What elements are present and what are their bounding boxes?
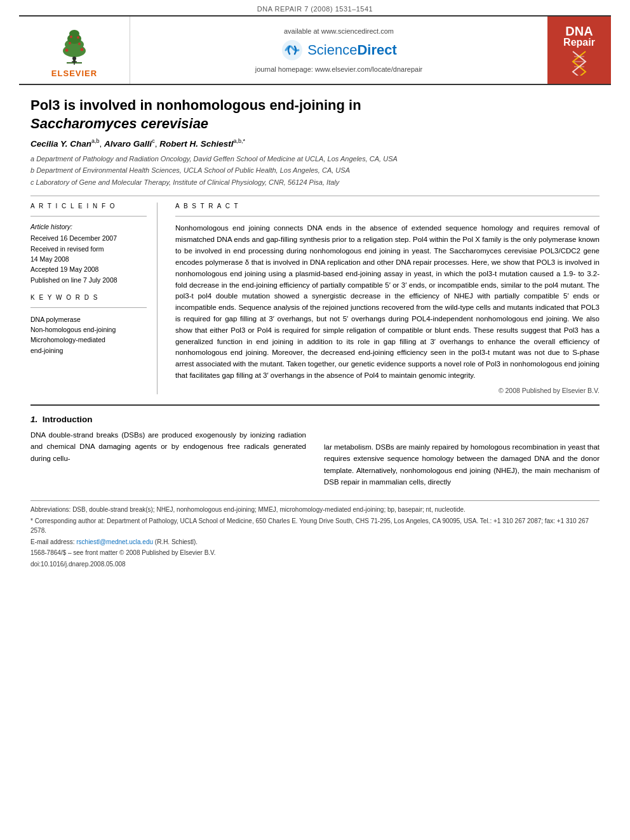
email-link[interactable]: rschiestl@mednet.ucla.edu [76,538,153,545]
title-line1: Pol3 is involved in nonhomologous end-jo… [30,97,361,113]
received-revised: Received in revised form [30,244,147,254]
elsevier-logo-box: ELSEVIER [19,17,130,84]
abstract-label: A B S T R A C T [175,203,600,210]
email-suffix: (R.H. Schiestl). [155,538,198,545]
author2-name: Alvaro Galli [104,139,152,149]
body-two-col: 1. Introduction DNA double-strand breaks… [30,415,600,488]
revised-date: 14 May 2008 [30,254,147,264]
article-history-title: Article history: [30,223,147,230]
svg-point-8 [69,42,71,44]
sciencedirect-icon [281,39,304,62]
sciencedirect-logo: ScienceDirect [281,39,397,62]
intro-left-text: DNA double-strand breaks (DSBs) are prod… [30,429,306,464]
dna-repair-box: DNA Repair [547,17,611,84]
kw3: Microhomology-mediated [30,335,147,345]
repair-label: Repair [563,37,595,48]
received1: Received 16 December 2007 [30,233,147,243]
svg-point-12 [72,57,76,60]
author1-name: Cecilia Y. Chan [30,139,91,149]
author2-sup: c [152,138,155,144]
svg-point-11 [77,36,79,39]
intro-num: 1. [30,415,37,424]
affiliations: a Department of Pathology and Radiation … [30,154,600,189]
keywords-section: K E Y W O R D S DNA polymerase Non-homol… [30,294,147,356]
issn-footnote: 1568-7864/$ – see front matter © 2008 Pu… [30,548,600,558]
body-right: lar metabolism. DSBs are mainly repaired… [324,415,600,488]
author3-sup: a,b,* [233,138,245,144]
intro-title: Introduction [43,415,93,424]
affil-a: a Department of Pathology and Radiation … [30,154,600,165]
affil-c: c Laboratory of Gene and Molecular Thera… [30,177,600,189]
abstract-text: Nonhomologous end joining connects DNA e… [175,223,600,381]
journal-homepage: journal homepage: www.elsevier.com/locat… [255,65,423,73]
footnotes-area: Abbreviations: DSB, double-strand break(… [30,500,600,569]
journal-citation: DNA REPAIR 7 (2008) 1531–1541 [257,5,373,13]
page: DNA REPAIR 7 (2008) 1531–1541 [0,0,630,840]
abstract-col: A B S T R A C T Nonhomologous end joinin… [175,203,600,394]
elsevier-tree-icon [49,23,100,67]
intro-heading: 1. Introduction [30,415,306,424]
title-line2: Saccharomyces cerevisiae [30,116,208,131]
divider-abstract [175,216,600,217]
divider-info [30,216,147,217]
svg-point-10 [70,36,72,38]
dna-helix-icon [566,50,592,76]
article-history-section: Article history: Received 16 December 20… [30,223,147,284]
author3-name: Robert H. Schiestl [159,139,233,149]
article-info-label: A R T I C L E I N F O [30,203,147,210]
article-info-col: A R T I C L E I N F O Article history: R… [30,203,158,394]
authors-line: Cecilia Y. Chana,b, Alvaro Gallic, Rober… [30,138,600,149]
dna-label: DNA [565,25,593,37]
email-footnote: E-mail address: rschiestl@mednet.ucla.ed… [30,537,600,547]
abbrev-footnote: Abbreviations: DSB, double-strand break(… [30,505,600,515]
elsevier-text: ELSEVIER [51,69,97,78]
divider-1 [30,196,600,196]
header-banner: ELSEVIER available at www.sciencedirect.… [19,15,611,85]
body-left: 1. Introduction DNA double-strand breaks… [30,415,306,488]
sciencedirect-text: ScienceDirect [307,42,397,58]
center-info: available at www.sciencedirect.com Scien… [130,17,547,84]
email-label: E-mail address: [30,538,74,545]
svg-point-7 [81,48,84,51]
body-section: 1. Introduction DNA double-strand breaks… [30,404,600,488]
article-title: Pol3 is involved in nonhomologous end-jo… [30,97,600,133]
svg-point-6 [65,48,69,51]
kw4: end-joining [30,345,147,356]
doi-footnote: doi:10.1016/j.dnarep.2008.05.008 [30,559,600,570]
kw1: DNA polymerase [30,314,147,324]
article-info-abstract: A R T I C L E I N F O Article history: R… [30,203,600,394]
main-content: Pol3 is involved in nonhomologous end-jo… [0,85,630,583]
divider-kw [30,307,147,308]
intro-right-text: lar metabolism. DSBs are mainly repaired… [324,441,600,488]
keywords-title: K E Y W O R D S [30,294,147,301]
kw2: Non-homologous end-joining [30,324,147,335]
accepted-date: Accepted 19 May 2008 [30,264,147,274]
published-date: Published on line 7 July 2008 [30,275,147,285]
author1-sup: a,b [91,138,100,144]
copyright-line: © 2008 Published by Elsevier B.V. [175,387,600,394]
svg-point-9 [78,43,81,45]
corresponding-footnote: * Corresponding author at: Department of… [30,516,600,536]
available-text: available at www.sciencedirect.com [284,27,394,35]
journal-header-line: DNA REPAIR 7 (2008) 1531–1541 [0,0,630,15]
affil-b: b Department of Environmental Health Sci… [30,165,600,177]
